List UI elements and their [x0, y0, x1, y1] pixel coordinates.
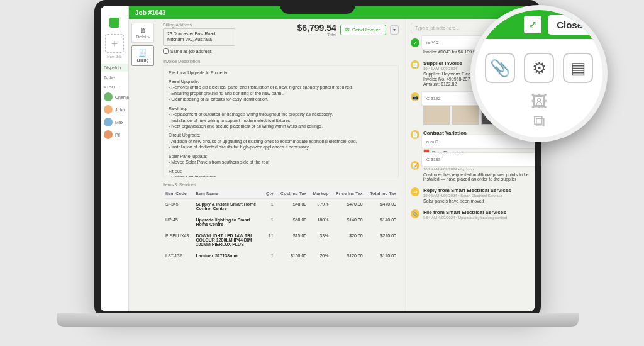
file-icon: 📎 [411, 209, 419, 218]
staff-row[interactable]: Charlie [101, 91, 128, 103]
attachment-button[interactable]: 📎 [485, 53, 515, 83]
job-header: Job #1043 [129, 6, 535, 19]
avatar-icon [104, 118, 113, 126]
settings-button[interactable]: ⚙ [524, 53, 554, 83]
feed-file[interactable]: 📎 File from Smart Electrical Services 9:… [411, 209, 530, 221]
table-row[interactable]: LST-132Laminex 527138mm1$100.0020%$120.0… [163, 250, 399, 261]
col-cost[interactable]: Cost inc Tax [276, 189, 309, 199]
new-job-button[interactable]: ＋ [105, 34, 124, 53]
new-job-label: New Job [107, 55, 121, 59]
table-row[interactable]: SI-345Supply & Install Smart Home Contro… [163, 198, 399, 214]
note-icon: 📝 [411, 161, 419, 170]
nav-dispatch[interactable]: Dispatch [101, 64, 128, 72]
bg-job-card[interactable]: #1046C 3183 [421, 152, 541, 167]
invoice-total: $6,799.54 [297, 23, 336, 33]
avatar-icon [104, 105, 113, 114]
document-icon: 🗎 [133, 26, 152, 34]
table-row[interactable]: PIEPLUX43DOWNLIGHT LED 14W TRI COLOUR 12… [163, 230, 399, 250]
send-invoice-dropdown[interactable]: ▾ [390, 25, 399, 35]
close-button[interactable]: Close [548, 15, 591, 35]
nav-section-staff: STAFF [101, 85, 116, 89]
form-icon: 📄 [411, 130, 419, 139]
col-item-name[interactable]: Item Name [194, 189, 263, 199]
avatar-icon [104, 130, 113, 139]
billing-address[interactable]: 23 Doncaster East Road, Mitcham VIC, Aus… [163, 28, 235, 46]
sliders-icon: ⚙ [532, 59, 547, 78]
col-markup[interactable]: Markup [309, 189, 331, 199]
paperclip-icon: 📎 [490, 59, 510, 78]
magnifier-overlay: ⤢ Close 📎 ⚙ ▤ 🖼 ⧉ [470, 5, 608, 142]
col-item-code[interactable]: Item Code [163, 189, 194, 199]
copy-icon[interactable]: ⧉ [533, 111, 545, 131]
receipt-icon: 🧾 [133, 49, 152, 57]
check-icon: ✓ [411, 38, 419, 47]
mail-icon: ✉ [345, 27, 350, 33]
job-title: Job #1043 [135, 9, 165, 16]
laptop-base [57, 313, 579, 327]
reply-icon: ↩ [411, 187, 419, 196]
feed-reply[interactable]: ↩ Reply from Smart Electrical Services 1… [411, 187, 530, 204]
billing-address-label: Billing Address [163, 23, 235, 27]
image-icon[interactable]: 🖼 [531, 92, 547, 111]
nav-section-today: Today [101, 75, 116, 79]
app-logo [109, 18, 119, 28]
items-services-label: Items & Services [163, 182, 399, 187]
invoice-description[interactable]: Electrical Upgrade to Property Panel Upg… [163, 65, 399, 177]
avatar-icon [104, 92, 113, 101]
same-as-job-checkbox[interactable]: Same as job address [163, 48, 235, 54]
collapse-icon[interactable]: ⤢ [524, 16, 541, 33]
calendar-icon: ▤ [570, 59, 586, 78]
tab-details[interactable]: 🗎Details [131, 23, 154, 43]
left-nav: ＋ New Job Dispatch Today STAFF Charlie J… [101, 6, 129, 311]
send-invoice-button[interactable]: ✉Send Invoice [340, 25, 386, 35]
col-price[interactable]: Price inc Tax [331, 189, 365, 199]
col-total[interactable]: Total inc Tax [365, 189, 399, 199]
invoice-total-label: Total [297, 33, 336, 37]
table-row[interactable]: UP-45Upgrade lighting to Smart Home Cent… [163, 214, 399, 230]
calendar-button[interactable]: ▤ [563, 53, 593, 83]
tab-billing[interactable]: 🧾Billing [131, 45, 154, 66]
invoice-icon: 🧾 [411, 60, 419, 69]
staff-row[interactable]: Max [101, 116, 128, 128]
col-qty[interactable]: Qty [263, 189, 276, 199]
job-tabs: 🗎Details 🧾Billing [129, 19, 157, 311]
photo-icon: 📷 [411, 92, 419, 101]
staff-row[interactable]: John [101, 103, 128, 116]
invoice-desc-label: Invoice Description [163, 59, 399, 64]
staff-row[interactable]: Pil [101, 128, 128, 141]
items-table: Item Code Item Name Qty Cost inc Tax Mar… [163, 189, 399, 262]
